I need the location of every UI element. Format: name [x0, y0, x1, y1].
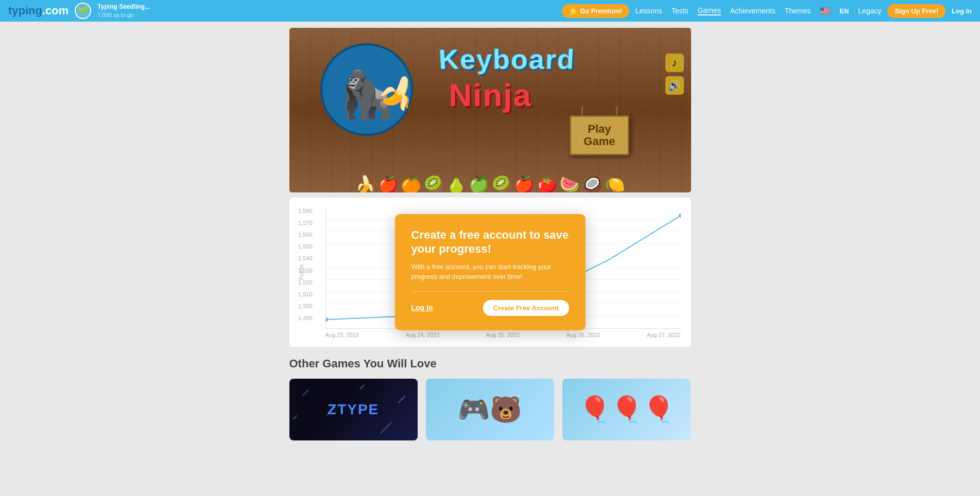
popup-divider — [411, 291, 569, 292]
nav-tests[interactable]: Tests — [672, 7, 689, 15]
fruit-item: 🍏 — [469, 176, 489, 192]
fruit-item: 🍎 — [514, 176, 535, 192]
user-xp: 7,000 xp to go — [97, 11, 150, 19]
game-card-ztype[interactable]: ZTYPE — [289, 379, 418, 440]
user-info: Typing Seedling... 7,000 xp to go — [97, 3, 150, 19]
page-content: ♪ 🔊 🦍 🍌 Keyboard Ninja Play Game 🍌 🍎 🍊 🥝 — [0, 0, 980, 456]
nav-lessons[interactable]: Lessons — [635, 7, 662, 15]
other-games-title: Other Games You Will Love — [289, 357, 691, 370]
avatar[interactable]: 🌱 — [75, 3, 91, 19]
nav-legacy[interactable]: Legacy — [858, 7, 881, 15]
fruit-item: 🥝 — [423, 176, 444, 192]
popup-overlay: Create a free account to save your progr… — [289, 198, 691, 347]
game-card-keyboard-rush[interactable]: 🎮🐻 — [426, 379, 554, 440]
music-icon: ♪ — [672, 57, 677, 69]
game-card-balloon[interactable]: 🎈🎈🎈 — [562, 379, 691, 440]
ztype-title: ZTYPE — [328, 401, 379, 418]
fruit-item: 🍉 — [559, 176, 580, 192]
chart-section: 1,490 1,500 1,510 1,520 1,530 1,540 1,55… — [289, 198, 691, 347]
flag-icon: 🇺🇸 — [820, 6, 830, 16]
balloon-art: 🎈🎈🎈 — [562, 379, 691, 440]
nav-games[interactable]: Games — [698, 6, 721, 15]
nav-achievements[interactable]: Achievements — [730, 7, 776, 15]
nav-links: Lessons Tests Games Achievements Themes … — [635, 6, 882, 16]
music-button[interactable]: ♪ — [665, 54, 684, 72]
play-line2: Game — [583, 135, 615, 148]
site-logo[interactable]: typing.com — [8, 4, 68, 17]
fruit-item: 🍐 — [446, 176, 467, 192]
play-line1: Play — [583, 123, 615, 135]
fruit-item: 🥥 — [582, 176, 603, 192]
star-icon: ⭐ — [569, 7, 577, 15]
popup-body: With a free account, you can start track… — [411, 262, 569, 282]
play-game-button[interactable]: Play Game — [570, 115, 629, 155]
user-title: Typing Seedling... — [97, 3, 150, 11]
sound-icon: 🔊 — [668, 79, 681, 92]
fruit-item: 🍋 — [605, 176, 625, 192]
signup-popup: Create a free account to save your progr… — [395, 214, 586, 330]
sound-button[interactable]: 🔊 — [665, 76, 684, 95]
other-games-section: Other Games You Will Love ZTYPE 🎮🐻 — [289, 357, 691, 456]
popup-actions: Log In Create Free Account — [411, 300, 569, 316]
keyboard-rush-art: 🎮🐻 — [426, 379, 554, 440]
game-banner[interactable]: ♪ 🔊 🦍 🍌 Keyboard Ninja Play Game 🍌 🍎 🍊 🥝 — [289, 28, 691, 192]
language-label[interactable]: EN — [839, 7, 849, 15]
games-grid: ZTYPE 🎮🐻 🎈🎈🎈 — [289, 379, 691, 440]
fruit-item: 🍌 — [355, 176, 376, 192]
popup-title: Create a free account to save your progr… — [411, 228, 569, 256]
fruit-item: 🍎 — [378, 176, 399, 192]
premium-button[interactable]: ⭐ Go Premium! — [562, 4, 629, 18]
fruit-item: 🥝 — [491, 176, 512, 192]
navbar: typing.com 🌱 Typing Seedling... 7,000 xp… — [0, 0, 980, 22]
play-label: Play Game — [583, 123, 615, 148]
game-title-keyboard: Keyboard — [438, 43, 576, 75]
fruit-item: 🍊 — [401, 176, 421, 192]
game-title-ninja: Ninja — [449, 77, 532, 113]
popup-login-button[interactable]: Log In — [411, 304, 433, 312]
popup-create-button[interactable]: Create Free Account — [483, 300, 569, 316]
signup-button[interactable]: Sign Up Free! — [887, 4, 945, 18]
premium-label: Go Premium! — [580, 7, 622, 15]
fruits-row: 🍌 🍎 🍊 🥝 🍐 🍏 🥝 🍎 🍅 🍉 🥥 🍋 — [289, 156, 691, 192]
login-button[interactable]: Log In — [952, 7, 972, 15]
nav-themes[interactable]: Themes — [785, 7, 811, 15]
fruit-item: 🍅 — [537, 176, 557, 192]
